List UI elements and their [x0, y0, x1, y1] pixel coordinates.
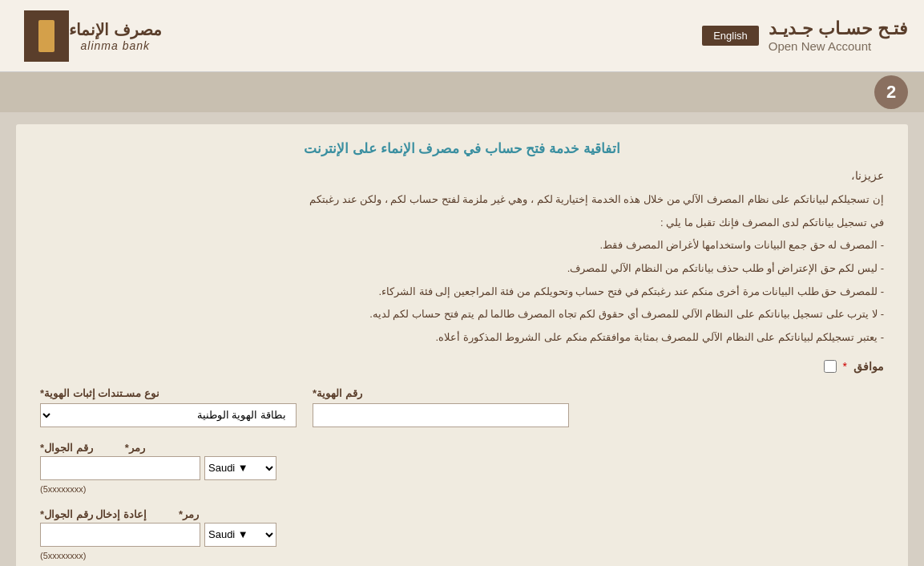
- mobile-code-label: رمر*: [125, 442, 145, 454]
- main-content: اتفاقية خدمة فتح حساب في مصرف الإنماء عل…: [16, 124, 908, 566]
- id-type-label: نوع مسـتندات إثبات الهوية*: [40, 387, 159, 399]
- page-title-block: فتـح حسـاب جـديـد Open New Account: [769, 18, 908, 53]
- id-number-group: رقم الهوية*: [313, 387, 569, 427]
- mobile-input-row: Saudi ▼: [40, 456, 276, 480]
- id-type-select[interactable]: بطاقة الهوية الوطنية: [40, 403, 297, 427]
- logo-name-arabic: مصرف الإنماء: [69, 20, 162, 39]
- page-title-arabic: فتـح حسـاب جـديـد: [769, 18, 908, 39]
- mobile-reenter-form-row: رمر* إعادة إدخال رقم الجوال* Saudi ▼ (5x…: [40, 508, 884, 560]
- mobile-reenter-group: رمر* إعادة إدخال رقم الجوال* Saudi ▼ (5x…: [40, 508, 276, 560]
- english-button[interactable]: English: [702, 26, 759, 46]
- id-type-group: نوع مسـتندات إثبات الهوية* بطاقة الهوية …: [40, 387, 297, 427]
- agreement-line-7: - يعتبر تسجيلكم لبياناتكم على النظام الآ…: [40, 328, 884, 348]
- logo-icon-bar: [38, 20, 54, 52]
- header-left: فتـح حسـاب جـديـد Open New Account Engli…: [694, 18, 908, 53]
- mobile-reenter-labels: رمر* إعادة إدخال رقم الجوال*: [40, 508, 199, 520]
- mobile-country-select[interactable]: Saudi ▼: [204, 456, 276, 480]
- id-form-row: رقم الهوية* نوع مسـتندات إثبات الهوية* ب…: [40, 387, 884, 427]
- mobile-reenter-label: إعادة إدخال رقم الجوال*: [40, 508, 147, 520]
- mobile-reenter-inner: رمر* إعادة إدخال رقم الجوال* Saudi ▼ (5x…: [40, 508, 276, 560]
- mobile-reenter-input[interactable]: [40, 523, 200, 547]
- logo-name-english: alinma bank: [69, 39, 162, 52]
- mobile-number-input[interactable]: [40, 456, 200, 480]
- agree-required-star: *: [843, 360, 847, 373]
- mobile-reenter-code-label: رمر*: [179, 508, 199, 520]
- section-title: اتفاقية خدمة فتح حساب في مصرف الإنماء عل…: [40, 140, 884, 157]
- mobile-reenter-input-row: Saudi ▼: [40, 523, 276, 547]
- agree-checkbox[interactable]: [824, 360, 837, 373]
- agreement-line-6: - لا يترب على تسجيل بياناتكم على النظام …: [40, 305, 884, 325]
- mobile-form-row: رمر* رقم الجوال* Saudi ▼ (5xxxxxxxx): [40, 442, 884, 494]
- logo-icon: [24, 10, 69, 62]
- mobile-reenter-hint: (5xxxxxxxx): [40, 551, 86, 560]
- mobile-group: رمر* رقم الجوال* Saudi ▼ (5xxxxxxxx): [40, 442, 276, 494]
- agreement-line-2: في تسجيل بياناتكم لدى المصرف فإنك تقبل م…: [40, 213, 884, 233]
- agreement-line-5: - للمصرف حق طلب البيانات مرة أخرى منكم ع…: [40, 282, 884, 302]
- agreement-line-4: - ليس لكم حق الإعتراض أو طلب حذف بياناتك…: [40, 259, 884, 279]
- page-title-english: Open New Account: [769, 39, 908, 53]
- agreement-text: إن تسجيلكم لبياناتكم على نظام المصرف الآ…: [40, 190, 884, 348]
- mobile-inner: رمر* رقم الجوال* Saudi ▼ (5xxxxxxxx): [40, 442, 276, 494]
- greeting: عزيزنا،: [40, 169, 884, 182]
- id-number-label: رقم الهوية*: [313, 387, 362, 399]
- mobile-label: رقم الجوال*: [40, 442, 93, 454]
- agreement-line-1: إن تسجيلكم لبياناتكم على نظام المصرف الآ…: [40, 190, 884, 210]
- header: فتـح حسـاب جـديـد Open New Account Engli…: [0, 0, 924, 72]
- mobile-labels: رمر* رقم الجوال*: [40, 442, 145, 454]
- logo-area: مصرف الإنماء alinma bank: [16, 10, 162, 62]
- agree-label: موافق: [853, 360, 884, 373]
- step-bar: 2: [0, 72, 924, 112]
- agree-row: موافق *: [40, 360, 884, 373]
- step-number: 2: [874, 75, 908, 109]
- mobile-hint: (5xxxxxxxx): [40, 484, 86, 494]
- logo-text: مصرف الإنماء alinma bank: [69, 20, 162, 52]
- agreement-line-3: - المصرف له حق جمع البيانات واستخدامها ل…: [40, 236, 884, 256]
- id-number-input[interactable]: [313, 403, 569, 427]
- mobile-reenter-country-select[interactable]: Saudi ▼: [204, 523, 276, 547]
